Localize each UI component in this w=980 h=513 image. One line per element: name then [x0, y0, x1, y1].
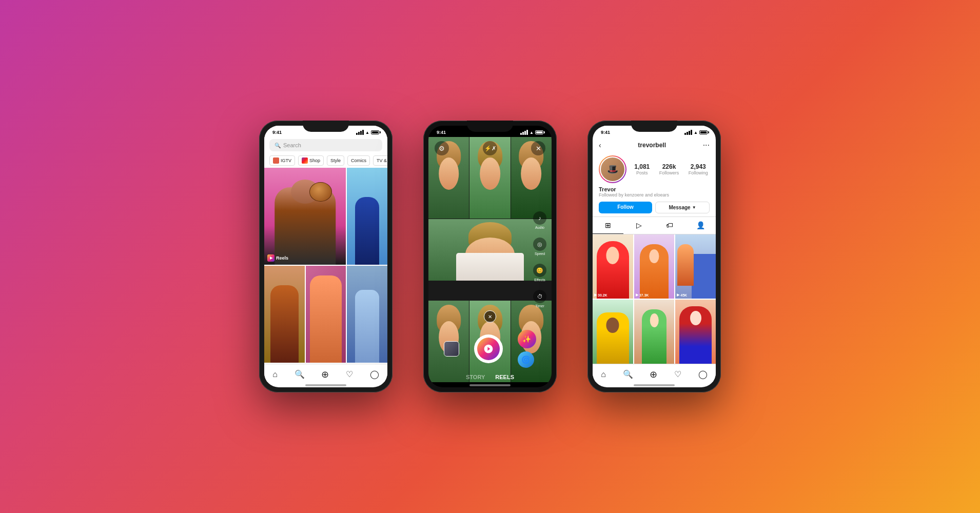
- search-bar[interactable]: 🔍 Search: [269, 139, 382, 151]
- play-icon-1: ▶: [594, 293, 597, 297]
- follow-button[interactable]: Follow: [599, 202, 652, 213]
- audio-label: Audio: [535, 226, 544, 229]
- stat-posts: 1,081 Posts: [634, 163, 650, 175]
- nav-home-3[interactable]: ⌂: [601, 370, 606, 379]
- signal-bar-1: [356, 133, 358, 135]
- avatar-hat: 🎩: [607, 164, 618, 175]
- effects-btn[interactable]: ✨: [518, 330, 536, 348]
- profile-cell-6[interactable]: [675, 300, 716, 364]
- profile-avatar-inner: 🎩: [600, 156, 625, 182]
- explore-cell-2[interactable]: [347, 168, 387, 265]
- cat-comics[interactable]: Comics: [347, 155, 370, 166]
- figure-sitting: [597, 312, 629, 364]
- figure-superman: [679, 306, 712, 364]
- profile-cell-4[interactable]: [593, 300, 633, 364]
- timer-label: Timer: [535, 304, 544, 308]
- camera-bottom-controls: ✕ ✨ 🌀: [428, 310, 552, 382]
- phone-1-screen: 9:41 ▲ 🔍 Search: [264, 126, 387, 387]
- home-indicator-2: [469, 384, 511, 386]
- followers-count: 226k: [662, 163, 676, 170]
- nav-add-3[interactable]: ⊕: [650, 369, 657, 380]
- battery-1: [371, 130, 379, 134]
- cat-tv[interactable]: TV & Movie: [373, 155, 387, 166]
- cat-igtv[interactable]: IGTV: [269, 155, 295, 166]
- camera-side-controls: ♪ Audio ◎ Speed 😊 Effects ⏱ Timer: [533, 211, 546, 308]
- search-bar-container: 🔍 Search: [264, 137, 387, 153]
- nav-home-1[interactable]: ⌂: [272, 370, 278, 379]
- explore-main-cell[interactable]: ▶ Reels: [264, 168, 346, 265]
- back-arrow[interactable]: ‹: [599, 141, 601, 149]
- nav-heart-1[interactable]: ♡: [346, 369, 353, 379]
- effects-icon: 😊: [533, 264, 546, 277]
- close-btn[interactable]: ✕: [531, 141, 545, 155]
- explore-cell-3[interactable]: [264, 266, 305, 363]
- play-icon-3: ▶: [677, 293, 679, 297]
- tab-story[interactable]: STORY: [466, 374, 485, 380]
- speed-control[interactable]: ◎ Speed: [533, 238, 546, 255]
- profile-cell-3[interactable]: ▶ 45K: [675, 234, 716, 299]
- nav-heart-3[interactable]: ♡: [674, 369, 681, 379]
- cat-style[interactable]: Style: [327, 155, 344, 166]
- gallery-thumbnail[interactable]: [444, 341, 459, 357]
- profile-top-bar: ‹ trevorbell ···: [593, 137, 716, 153]
- phone-2-screen: 9:41 ▲: [428, 126, 552, 387]
- profile-cell-1[interactable]: ▶ 30.2K: [593, 234, 633, 299]
- profile-cell-5[interactable]: [634, 300, 675, 364]
- tab-igtv-profile[interactable]: 👤: [685, 217, 716, 234]
- message-button[interactable]: Message ▼: [655, 202, 710, 213]
- profile-info-row: 🎩 1,081 Posts 226k Followers 2,943 Follo…: [593, 153, 716, 185]
- tab-reels-profile[interactable]: ▷: [623, 217, 654, 234]
- battery-fill-2: [536, 131, 542, 133]
- nav-profile-1[interactable]: ◯: [370, 369, 379, 379]
- explore-cell-4[interactable]: [306, 266, 346, 363]
- time-1: 9:41: [272, 130, 282, 135]
- signal-bar-3: [360, 131, 362, 135]
- bottom-nav-1: ⌂ 🔍 ⊕ ♡ ◯: [264, 364, 387, 382]
- status-icons-2: ▲: [520, 130, 543, 135]
- wifi-icon-2: ▲: [530, 130, 534, 135]
- play-icon-2: ▶: [636, 293, 638, 297]
- tab-tagged[interactable]: 🏷: [654, 217, 685, 234]
- signal-bar-3-4: [691, 130, 692, 135]
- tab-reels[interactable]: REELS: [495, 374, 514, 380]
- signal-bar-3-2: [687, 132, 688, 135]
- nav-add-1[interactable]: ⊕: [321, 369, 329, 380]
- explore-cell-5[interactable]: [347, 266, 387, 363]
- reels-camera-view: ⚙ ⚡✗ ✕ ♪ Audio ◎ Speed 😊 Effects: [428, 137, 552, 382]
- settings-btn[interactable]: ⚙: [435, 141, 449, 155]
- battery-fill-1: [372, 131, 378, 133]
- nav-search-3[interactable]: 🔍: [623, 369, 633, 379]
- figure-dancing: [640, 244, 668, 299]
- cat-shop[interactable]: Shop: [298, 155, 324, 166]
- posts-count: 1,081: [634, 163, 650, 170]
- following-label: Following: [689, 170, 708, 175]
- search-icon: 🔍: [275, 143, 281, 148]
- igtv-tab-icon: 👤: [696, 221, 705, 229]
- bottom-nav-3: ⌂ 🔍 ⊕ ♡ ◯: [593, 364, 716, 382]
- effects-control[interactable]: 😊 Effects: [533, 264, 546, 282]
- nav-profile-3[interactable]: ◯: [698, 369, 708, 379]
- profile-stats: 1,081 Posts 226k Followers 2,943 Followi…: [633, 163, 710, 175]
- timer-icon: ⏱: [533, 290, 546, 303]
- profile-cell-2[interactable]: ▶ 37.3K: [634, 234, 675, 299]
- flash-btn[interactable]: ⚡✗: [483, 141, 497, 155]
- battery-2: [535, 130, 543, 134]
- time-2: 9:41: [437, 130, 446, 135]
- audio-control[interactable]: ♪ Audio: [533, 211, 546, 229]
- shop-icon: [302, 157, 308, 164]
- phone-3: 9:41 ▲ ‹ trevorbell ···: [587, 121, 721, 392]
- reels-badge: ▶ Reels: [267, 254, 288, 262]
- profile-more-btn[interactable]: ···: [703, 141, 710, 150]
- signal-bar-4: [362, 130, 364, 135]
- delete-btn[interactable]: ✕: [484, 310, 496, 323]
- tab-grid[interactable]: ⊞: [593, 217, 623, 234]
- nav-search-1[interactable]: 🔍: [295, 369, 305, 379]
- timer-control[interactable]: ⏱ Timer: [533, 290, 546, 308]
- profile-actions: Follow Message ▼: [593, 199, 716, 216]
- sticker-btn[interactable]: 🌀: [518, 351, 534, 368]
- search-placeholder: Search: [283, 142, 301, 148]
- battery-fill-3: [700, 131, 707, 133]
- capture-button[interactable]: [474, 334, 503, 363]
- tagged-icon: 🏷: [666, 221, 673, 229]
- extra-effects: ✨ 🌀: [518, 330, 536, 368]
